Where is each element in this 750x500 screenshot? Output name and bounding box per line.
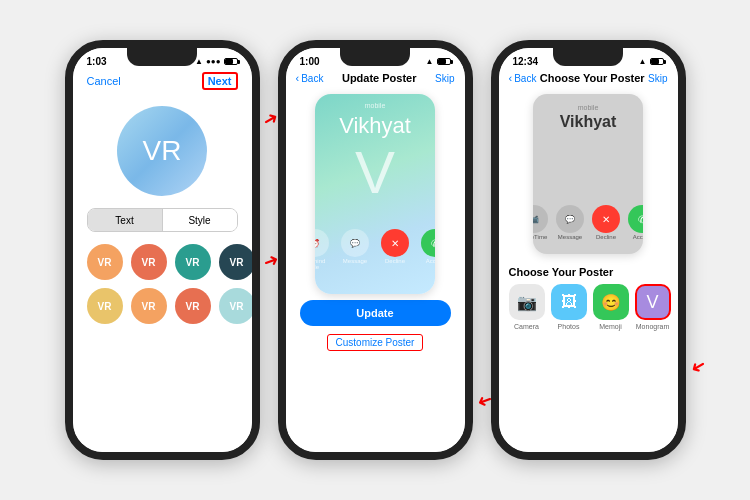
poster-gray-preview: mobile Vikhyat 📹 FaceTime 💬 Message ✕ De… [533,94,643,254]
list-item[interactable]: VR [175,244,211,280]
phone1-notch [127,48,197,66]
avatar-circle: VR [117,106,207,196]
monogram-icon: V [646,292,658,313]
photos-label: Photos [558,323,580,330]
phone2-screen: 1:00 ▲ ‹ Back Update Poster Skip mobile … [286,48,465,452]
list-item[interactable]: VR [219,288,252,324]
memoji-label: Memoji [599,323,622,330]
list-item[interactable]: VR [219,244,252,280]
phone3-status-icons: ▲ [639,57,664,66]
gray-label: mobile [578,104,599,111]
monogram-thumb: V [635,284,671,320]
photos-option[interactable]: 🖼 Photos [551,284,587,330]
choose-poster-section: Choose Your Poster 📷 Camera 🖼 [499,260,678,336]
facetime-icon: 📹 [533,205,548,233]
customize-link[interactable]: Customize Poster [327,334,424,351]
phone1-screen: 1:03 ▲ ●●● Cancel Next VR Text Style [73,48,252,452]
accept-action2[interactable]: ✆ Accept [628,205,643,240]
memoji-thumb: 😊 [593,284,629,320]
poster-action-row: ⏰ Remind Me 💬 Message ✕ Decline ✆ Accept [315,229,435,270]
phone1-nav: Cancel Next [73,70,252,96]
camera-icon: 📷 [517,293,537,312]
phone2-title: Update Poster [342,72,417,84]
battery-icon [437,58,451,65]
signal-icon: ●●● [206,57,221,66]
message-action: 💬 Message [341,229,369,270]
phone3-screen: 12:34 ▲ ‹ Back Choose Your Poster Skip m… [499,48,678,452]
camera-label: Camera [514,323,539,330]
style-tab[interactable]: Style [163,209,237,231]
phone3: 12:34 ▲ ‹ Back Choose Your Poster Skip m… [491,40,686,460]
phone2: 1:00 ▲ ‹ Back Update Poster Skip mobile … [278,40,473,460]
arrow-monogram: ➜ [686,354,710,381]
monogram-option[interactable]: V Monogram [635,284,671,330]
phone3-time: 12:34 [513,56,539,67]
accept-action[interactable]: ✆ Accept [421,229,435,270]
list-item[interactable]: VR [87,244,123,280]
camera-option[interactable]: 📷 Camera [509,284,545,330]
accept-icon: ✆ [421,229,435,257]
customize-row: Customize Poster [286,332,465,351]
monogram-label: Monogram [636,323,669,330]
decline-action[interactable]: ✕ Decline [381,229,409,270]
phone2-notch [340,48,410,66]
poster-label: mobile [365,102,386,109]
gray-name: Vikhyat [560,113,617,131]
avatar-initials: VR [143,135,182,167]
facetime-action: 📹 FaceTime [533,205,548,240]
text-tab[interactable]: Text [88,209,162,231]
phone1: 1:03 ▲ ●●● Cancel Next VR Text Style [65,40,260,460]
update-button[interactable]: Update [300,300,451,326]
gray-actions-row: 📹 FaceTime 💬 Message ✕ Decline ✆ Accept [533,205,643,240]
phone3-container: 12:34 ▲ ‹ Back Choose Your Poster Skip m… [491,40,686,460]
photos-thumb: 🖼 [551,284,587,320]
decline-icon2: ✕ [592,205,620,233]
chevron-left-icon: ‹ [296,72,300,84]
back-button[interactable]: ‹ Back [509,72,537,84]
decline-action2[interactable]: ✕ Decline [592,205,620,240]
list-item[interactable]: VR [131,244,167,280]
memoji-option[interactable]: 😊 Memoji [593,284,629,330]
poster-options: 📷 Camera 🖼 Photos 😊 [509,284,668,330]
decline-icon: ✕ [381,229,409,257]
photos-icon: 🖼 [561,293,577,311]
message-action2: 💬 Message [556,205,584,240]
camera-thumb: 📷 [509,284,545,320]
phone1-container: 1:03 ▲ ●●● Cancel Next VR Text Style [65,40,260,460]
cancel-button[interactable]: Cancel [87,75,121,87]
wifi-icon: ▲ [426,57,434,66]
segmented-control: Text Style [87,208,238,232]
battery-icon [224,58,238,65]
skip-button[interactable]: Skip [648,73,667,84]
next-button[interactable]: Next [202,72,238,90]
wifi-icon: ▲ [639,57,647,66]
memoji-icon: 😊 [601,293,621,312]
list-item[interactable]: VR [131,288,167,324]
remind-icon: ⏰ [315,229,329,257]
phone2-time: 1:00 [300,56,320,67]
skip-button[interactable]: Skip [435,73,454,84]
phone2-container: 1:00 ▲ ‹ Back Update Poster Skip mobile … [278,40,473,460]
message-icon: 💬 [341,229,369,257]
phone2-status-icons: ▲ [426,57,451,66]
poster-name: Vikhyat [339,113,411,139]
phone3-notch [553,48,623,66]
phone3-title: Choose Your Poster [540,72,645,84]
accept-icon2: ✆ [628,205,643,233]
monogram-grid: VR VR VR VR VR VR VR VR [73,232,252,336]
chevron-left-icon: ‹ [509,72,513,84]
phone2-nav: ‹ Back Update Poster Skip [286,70,465,88]
phone1-time: 1:03 [87,56,107,67]
battery-icon [650,58,664,65]
phone3-nav: ‹ Back Choose Your Poster Skip [499,70,678,88]
list-item[interactable]: VR [175,288,211,324]
message-icon2: 💬 [556,205,584,233]
list-item[interactable]: VR [87,288,123,324]
phone1-status-icons: ▲ ●●● [195,57,237,66]
poster-initial: V [355,143,395,203]
choose-poster-title: Choose Your Poster [509,266,668,278]
poster-preview: mobile Vikhyat V ⏰ Remind Me 💬 Message ✕… [315,94,435,294]
remind-action: ⏰ Remind Me [315,229,329,270]
back-button[interactable]: ‹ Back [296,72,324,84]
